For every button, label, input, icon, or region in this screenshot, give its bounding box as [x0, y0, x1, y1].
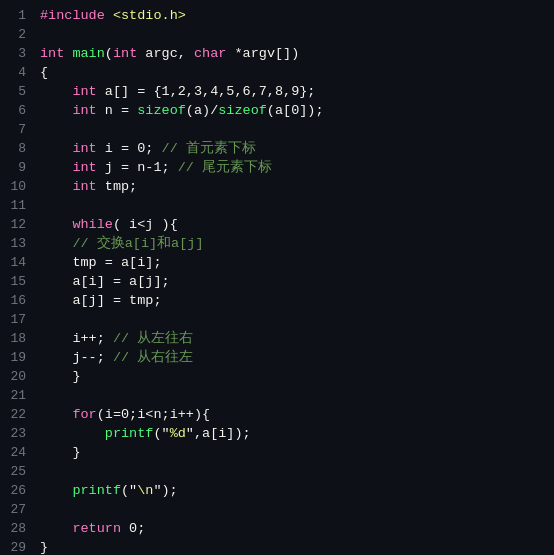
line-num-29: 29	[0, 538, 26, 555]
token: // 从左往右	[113, 331, 193, 346]
token	[40, 84, 72, 99]
token: for	[72, 407, 96, 422]
token: tmp = a[i];	[40, 255, 162, 270]
token: argc,	[137, 46, 194, 61]
line-num-1: 1	[0, 6, 26, 25]
token: int	[72, 160, 96, 175]
line-num-22: 22	[0, 405, 26, 424]
token	[40, 160, 72, 175]
code-line-23: printf("%d",a[i]);	[40, 424, 554, 443]
code-line-1: #include <stdio.h>	[40, 6, 554, 25]
code-line-27	[40, 500, 554, 519]
token: main	[72, 46, 104, 61]
line-num-24: 24	[0, 443, 26, 462]
token: ");	[153, 483, 177, 498]
token	[40, 141, 72, 156]
code-line-16: a[j] = tmp;	[40, 291, 554, 310]
token: int	[72, 141, 96, 156]
token: i = 0;	[97, 141, 162, 156]
token: // 交换a[i]和a[j]	[72, 236, 203, 251]
token: return	[72, 521, 121, 536]
token	[40, 103, 72, 118]
code-line-2	[40, 25, 554, 44]
token: // 首元素下标	[162, 141, 256, 156]
code-line-11	[40, 196, 554, 215]
code-line-28: return 0;	[40, 519, 554, 538]
token: (a[0]);	[267, 103, 324, 118]
line-num-15: 15	[0, 272, 26, 291]
line-num-6: 6	[0, 101, 26, 120]
code-line-12: while( i<j ){	[40, 215, 554, 234]
token: sizeof	[218, 103, 267, 118]
token	[40, 426, 105, 441]
token: int	[113, 46, 137, 61]
line-num-28: 28	[0, 519, 26, 538]
token: i++;	[40, 331, 113, 346]
token: int	[72, 84, 96, 99]
token: while	[72, 217, 113, 232]
code-line-18: i++; // 从左往右	[40, 329, 554, 348]
code-line-14: tmp = a[i];	[40, 253, 554, 272]
token: }	[40, 445, 81, 460]
token: int	[72, 103, 96, 118]
code-line-8: int i = 0; // 首元素下标	[40, 139, 554, 158]
line-num-13: 13	[0, 234, 26, 253]
token	[40, 483, 72, 498]
token: n =	[97, 103, 138, 118]
code-editor: 1 2 3 4 5 6 7 8 9 10 11 12 13 14 15 16 1…	[0, 0, 554, 555]
line-num-10: 10	[0, 177, 26, 196]
line-num-14: 14	[0, 253, 26, 272]
code-line-10: int tmp;	[40, 177, 554, 196]
code-line-13: // 交换a[i]和a[j]	[40, 234, 554, 253]
token: a[j] = tmp;	[40, 293, 162, 308]
line-numbers: 1 2 3 4 5 6 7 8 9 10 11 12 13 14 15 16 1…	[0, 0, 34, 555]
token: ("	[153, 426, 169, 441]
code-line-9: int j = n-1; // 尾元素下标	[40, 158, 554, 177]
token: (	[105, 46, 113, 61]
code-line-4: {	[40, 63, 554, 82]
token: j = n-1;	[97, 160, 178, 175]
code-line-3: int main(int argc, char *argv[])	[40, 44, 554, 63]
token	[40, 236, 72, 251]
line-num-2: 2	[0, 25, 26, 44]
line-num-11: 11	[0, 196, 26, 215]
token: %d	[170, 426, 186, 441]
line-num-8: 8	[0, 139, 26, 158]
token: int	[72, 179, 96, 194]
code-line-20: }	[40, 367, 554, 386]
token: *argv[])	[226, 46, 299, 61]
code-line-7	[40, 120, 554, 139]
line-num-12: 12	[0, 215, 26, 234]
line-num-9: 9	[0, 158, 26, 177]
token: (i=0;i<n;i++){	[97, 407, 210, 422]
token	[40, 217, 72, 232]
token: tmp;	[97, 179, 138, 194]
code-line-6: int n = sizeof(a)/sizeof(a[0]);	[40, 101, 554, 120]
code-line-29: }	[40, 538, 554, 555]
line-num-27: 27	[0, 500, 26, 519]
line-num-20: 20	[0, 367, 26, 386]
token: {	[40, 65, 48, 80]
line-num-3: 3	[0, 44, 26, 63]
token: sizeof	[137, 103, 186, 118]
line-num-23: 23	[0, 424, 26, 443]
code-content: #include <stdio.h> int main(int argc, ch…	[34, 0, 554, 555]
token: (a)/	[186, 103, 218, 118]
code-line-26: printf("\n");	[40, 481, 554, 500]
line-num-17: 17	[0, 310, 26, 329]
code-line-15: a[i] = a[j];	[40, 272, 554, 291]
line-num-26: 26	[0, 481, 26, 500]
token: 0;	[121, 521, 145, 536]
token: a[] = {1,2,3,4,5,6,7,8,9};	[97, 84, 316, 99]
token: <stdio.h>	[113, 8, 186, 23]
token	[40, 407, 72, 422]
token: ",a[i]);	[186, 426, 251, 441]
token: ("	[121, 483, 137, 498]
token: j--;	[40, 350, 113, 365]
line-num-18: 18	[0, 329, 26, 348]
code-line-5: int a[] = {1,2,3,4,5,6,7,8,9};	[40, 82, 554, 101]
line-num-19: 19	[0, 348, 26, 367]
code-line-17	[40, 310, 554, 329]
token: \n	[137, 483, 153, 498]
line-num-25: 25	[0, 462, 26, 481]
